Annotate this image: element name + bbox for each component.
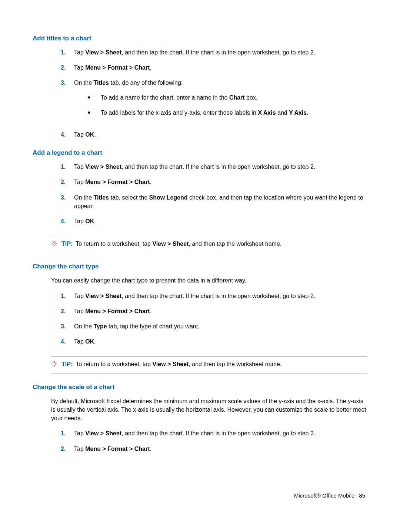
step-number: 4. [61, 130, 74, 139]
text-span: tab, do any of the following: [109, 80, 183, 86]
heading-change-scale: Change the scale of a chart [33, 384, 367, 391]
step-text: Tap OK. [74, 130, 367, 139]
step-item: 1. Tap View > Sheet, and then tap the ch… [61, 48, 367, 57]
tip-label: TIP: [61, 361, 73, 367]
intro-paragraph: You can easily change the chart type to … [51, 276, 367, 285]
sub-text: To add a name for the chart, enter a nam… [101, 93, 257, 102]
tip-label: TIP: [61, 241, 73, 247]
svg-line-7 [53, 245, 53, 246]
step-list: 1. Tap View > Sheet, and then tap the ch… [61, 292, 367, 346]
step-text: Tap View > Sheet, and then tap the chart… [74, 429, 367, 438]
footer-title: Microsoft® Office Mobile [294, 492, 354, 499]
tip-content: TIP:To return to a worksheet, tap View >… [61, 240, 281, 248]
step-text: Tap Menu > Format > Chart. [74, 63, 367, 72]
step-text: Tap OK. [74, 217, 367, 225]
heading-add-legend: Add a legend to a chart [33, 149, 367, 157]
step-number: 2. [61, 178, 74, 186]
section-add-legend: Add a legend to a chart 1. Tap View > Sh… [33, 149, 367, 253]
tip-content: TIP:To return to a worksheet, tap View >… [61, 360, 281, 368]
lightbulb-icon [51, 361, 59, 369]
svg-line-6 [56, 245, 57, 246]
text-span: . [150, 64, 151, 71]
text-span: and [276, 110, 289, 116]
text-span: Tap [74, 131, 85, 138]
text-span: On the [74, 80, 93, 86]
step-text: Tap View > Sheet, and then tap the chart… [74, 48, 367, 57]
bold-span: Show Legend [149, 194, 188, 201]
text-span: Tap [74, 293, 85, 299]
step-item: 4. Tap OK. [61, 130, 367, 139]
step-text: Tap Menu > Format > Chart. [74, 445, 367, 453]
step-text: Tap Menu > Format > Chart. [74, 178, 367, 186]
sub-item: ● To add labels for the x-axis and y-axi… [87, 108, 367, 117]
step-item: 4. Tap OK. [61, 337, 367, 346]
bold-span: View > Sheet [152, 361, 189, 367]
text-span: Tap [74, 308, 85, 314]
bold-span: X Axis [258, 110, 276, 116]
bold-span: Menu > Format > Chart [85, 64, 150, 71]
bold-span: Y Axis [289, 110, 307, 116]
text-span: , and then tap the chart. If the chart i… [121, 293, 315, 299]
text-span: On the [74, 194, 93, 201]
bold-span: Menu > Format > Chart [85, 179, 150, 185]
text-span: To return to a worksheet, tap [76, 241, 152, 247]
step-item: 2. Tap Menu > Format > Chart. [61, 178, 367, 186]
intro-paragraph: By default, Microsoft Excel determines t… [51, 397, 367, 423]
step-item: 1. Tap View > Sheet, and then tap the ch… [61, 292, 367, 300]
step-number: 2. [61, 63, 74, 72]
svg-point-9 [53, 363, 56, 366]
text-span: , and then tap the chart. If the chart i… [121, 49, 315, 56]
text-span: . [150, 308, 151, 314]
text-span: Tap [74, 164, 85, 170]
bold-span: Menu > Format > Chart [85, 446, 150, 452]
tip-box: TIP:To return to a worksheet, tap View >… [51, 356, 367, 374]
text-span: Tap [74, 338, 85, 345]
text-span: Tap [74, 179, 85, 185]
text-span: To add labels for the x-axis and y-axis,… [101, 110, 258, 116]
bold-span: Titles [93, 194, 109, 201]
svg-line-15 [56, 365, 57, 366]
text-span: . [94, 218, 96, 224]
step-number: 2. [61, 307, 74, 315]
step-item: 1. Tap View > Sheet, and then tap the ch… [61, 429, 367, 438]
text-span: . [94, 338, 96, 345]
step-list: 1. Tap View > Sheet, and then tap the ch… [61, 48, 367, 139]
step-number: 1. [61, 292, 74, 300]
text-span: box. [245, 94, 258, 101]
text-span: Tap [74, 446, 85, 452]
step-text: Tap OK. [74, 337, 367, 346]
text-span: , and then tap the worksheet name. [189, 361, 281, 367]
text-span: . [94, 131, 96, 138]
step-number: 1. [61, 48, 74, 57]
step-item: 2. Tap Menu > Format > Chart. [61, 307, 367, 315]
text-span: , and then tap the chart. If the chart i… [121, 164, 315, 170]
sub-list: ● To add a name for the chart, enter a n… [74, 93, 367, 117]
section-add-titles: Add titles to a chart 1. Tap View > Shee… [33, 35, 367, 139]
step-text: On the Titles tab, do any of the followi… [74, 78, 367, 124]
bold-span: OK [85, 131, 94, 138]
text-span: Tap [74, 64, 85, 71]
text-span: . [150, 179, 151, 185]
text-span: To return to a worksheet, tap [76, 361, 152, 367]
page-number: 85 [359, 492, 365, 499]
step-text: On the Type tab, tap the type of chart y… [74, 322, 367, 331]
text-span: Tap [74, 49, 85, 56]
step-number: 4. [61, 337, 74, 346]
bold-span: View > Sheet [85, 49, 121, 56]
step-item: 4. Tap OK. [61, 217, 367, 225]
section-change-type: Change the chart type You can easily cha… [33, 263, 367, 374]
bold-span: View > Sheet [85, 293, 121, 299]
svg-line-17 [56, 362, 57, 363]
lightbulb-icon [51, 240, 59, 249]
step-text: On the Titles tab, select the Show Legen… [74, 193, 367, 210]
bold-span: View > Sheet [152, 241, 189, 247]
step-number: 4. [61, 217, 74, 225]
text-span: tab, select the [109, 194, 149, 201]
step-number: 3. [61, 78, 74, 124]
step-item: 1. Tap View > Sheet, and then tap the ch… [61, 163, 367, 171]
bold-span: View > Sheet [85, 430, 121, 436]
tip-box: TIP:To return to a worksheet, tap View >… [51, 236, 367, 253]
step-number: 3. [61, 322, 74, 331]
text-span: Tap [74, 430, 85, 436]
step-list: 1. Tap View > Sheet, and then tap the ch… [61, 429, 367, 453]
